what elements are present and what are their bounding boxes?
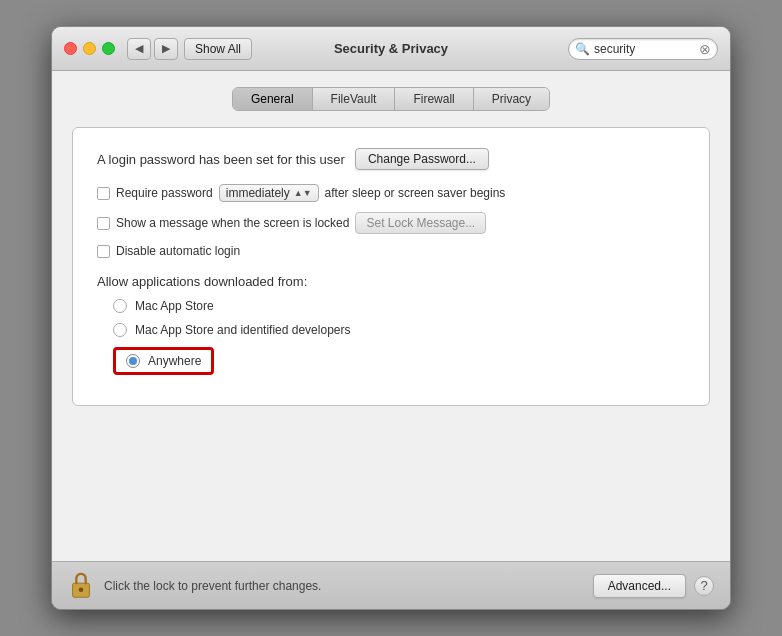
radio-label-identified: Mac App Store and identified developers [135,323,350,337]
tab-firewall[interactable]: Firewall [395,88,473,110]
titlebar: ◀ ▶ Show All Security & Privacy 🔍 securi… [52,27,730,71]
back-button[interactable]: ◀ [127,38,151,60]
general-panel: A login password has been set for this u… [72,127,710,406]
password-row: A login password has been set for this u… [97,148,685,170]
require-password-checkbox[interactable] [97,187,110,200]
password-timing-dropdown[interactable]: immediately ▲▼ [219,184,319,202]
show-message-label: Show a message when the screen is locked [116,216,349,230]
disable-login-checkbox[interactable] [97,245,110,258]
traffic-lights [64,42,115,55]
maximize-button[interactable] [102,42,115,55]
nav-buttons: ◀ ▶ [127,38,178,60]
change-password-button[interactable]: Change Password... [355,148,489,170]
radio-anywhere[interactable] [126,354,140,368]
radio-mac-app-store[interactable] [113,299,127,313]
content-area: General FileVault Firewall Privacy A log… [52,71,730,561]
search-clear-icon[interactable]: ⊗ [699,41,711,57]
set-lock-message-button[interactable]: Set Lock Message... [355,212,486,234]
disable-login-row: Disable automatic login [97,244,685,258]
tab-filevault[interactable]: FileVault [313,88,396,110]
password-label: A login password has been set for this u… [97,152,345,167]
require-password-suffix: after sleep or screen saver begins [325,186,506,200]
search-input[interactable]: security [594,42,699,56]
lock-status-text: Click the lock to prevent further change… [104,579,593,593]
help-button[interactable]: ? [694,576,714,596]
allow-apps-section: Allow applications downloaded from: Mac … [97,274,685,375]
tab-group: General FileVault Firewall Privacy [232,87,550,111]
radio-row-mac-app-store: Mac App Store [113,299,685,313]
lock-icon[interactable] [68,571,94,601]
radio-identified[interactable] [113,323,127,337]
advanced-button[interactable]: Advanced... [593,574,686,598]
bottom-bar: Click the lock to prevent further change… [52,561,730,609]
anywhere-highlight-box: Anywhere [113,347,214,375]
require-password-row: Require password immediately ▲▼ after sl… [97,184,685,202]
forward-button[interactable]: ▶ [154,38,178,60]
radio-row-anywhere: Anywhere [113,347,685,375]
radio-label-anywhere: Anywhere [148,354,201,368]
password-timing-value: immediately [226,186,290,200]
tab-privacy[interactable]: Privacy [474,88,549,110]
show-message-checkbox[interactable] [97,217,110,230]
minimize-button[interactable] [83,42,96,55]
dropdown-arrow-icon: ▲▼ [294,188,312,198]
tab-general[interactable]: General [233,88,313,110]
svg-point-1 [79,587,84,592]
main-window: ◀ ▶ Show All Security & Privacy 🔍 securi… [51,26,731,610]
disable-login-label: Disable automatic login [116,244,240,258]
radio-label-mac-app-store: Mac App Store [135,299,214,313]
close-button[interactable] [64,42,77,55]
require-password-label: Require password [116,186,213,200]
search-box[interactable]: 🔍 security ⊗ [568,38,718,60]
tab-bar: General FileVault Firewall Privacy [72,87,710,111]
show-message-row: Show a message when the screen is locked… [97,212,685,234]
search-icon: 🔍 [575,42,590,56]
window-title: Security & Privacy [334,41,448,56]
show-all-button[interactable]: Show All [184,38,252,60]
radio-row-identified: Mac App Store and identified developers [113,323,685,337]
allow-apps-heading: Allow applications downloaded from: [97,274,685,289]
